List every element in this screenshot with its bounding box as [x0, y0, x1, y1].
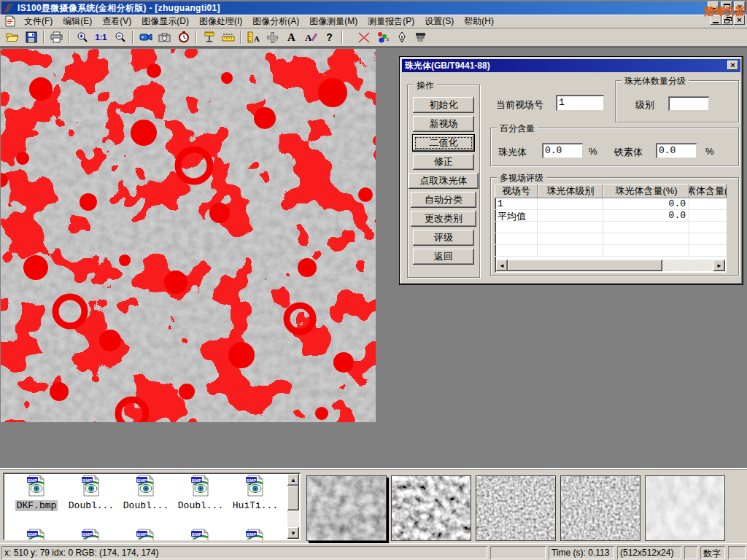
- col-pearlite-content[interactable]: 珠光体含量(%): [603, 184, 689, 198]
- file-item[interactable]: BMP: [63, 529, 119, 540]
- file-item[interactable]: BMP Doubl...: [63, 475, 119, 511]
- timer-svg: [178, 31, 190, 43]
- file-name[interactable]: Doubl...: [122, 500, 170, 511]
- change-class-button[interactable]: 更改类别: [411, 211, 476, 227]
- particle-classify-icon[interactable]: 3: [374, 29, 392, 45]
- close-button[interactable]: ×: [734, 1, 746, 12]
- scroll-right-button[interactable]: ►: [713, 260, 725, 271]
- scroll-left-button[interactable]: ◄: [496, 260, 508, 271]
- dialog-close-button[interactable]: ×: [727, 61, 738, 70]
- menu-image-measure[interactable]: 图像测量(M): [304, 14, 363, 29]
- status-end-panel: [728, 546, 746, 559]
- table-row[interactable]: 平均值 0.0: [495, 210, 727, 222]
- annotate-tool-icon[interactable]: A: [301, 29, 320, 45]
- scroll-down-button[interactable]: ▼: [287, 527, 299, 539]
- menu-view[interactable]: 查看(V): [97, 14, 136, 29]
- video-capture-icon[interactable]: [136, 29, 155, 45]
- maximize-button[interactable]: [721, 1, 732, 12]
- curve-tool-icon[interactable]: [355, 29, 373, 45]
- help-icon[interactable]: ?: [320, 29, 338, 45]
- save-icon[interactable]: [22, 29, 40, 45]
- scroll-up-button[interactable]: ▲: [287, 474, 299, 486]
- file-item[interactable]: BMP: [228, 529, 283, 540]
- pearlite-input[interactable]: 0.0: [542, 143, 583, 158]
- minimize-button[interactable]: [708, 1, 719, 12]
- measure-text-icon[interactable]: A: [244, 29, 263, 45]
- return-button[interactable]: 返回: [413, 249, 474, 265]
- move-tool-icon[interactable]: [263, 29, 282, 45]
- text-tool-icon[interactable]: A: [282, 29, 301, 45]
- thumbnail[interactable]: [645, 475, 725, 541]
- col-pearlite-level[interactable]: 珠光体级别: [538, 184, 603, 198]
- zoom-in-svg: [77, 31, 88, 43]
- open-folder-icon[interactable]: [3, 29, 21, 45]
- file-name[interactable]: DKF.bmp: [15, 500, 58, 511]
- ruler-icon[interactable]: [219, 29, 237, 45]
- timer-icon[interactable]: [174, 29, 193, 45]
- brush-tool-icon[interactable]: [411, 29, 430, 45]
- dialog-title-bar[interactable]: 珠光体(GB/T9441-88) ×: [402, 59, 740, 72]
- percent-group: 百分含量 珠光体 0.0 % 铁素体 0.0 %: [490, 128, 739, 166]
- ferrite-input[interactable]: 0.0: [656, 143, 697, 158]
- menu-edit[interactable]: 编辑(E): [58, 14, 97, 29]
- actual-size-icon[interactable]: 1:1: [92, 29, 110, 45]
- file-item[interactable]: BMP DKF.bmp: [9, 475, 64, 511]
- correct-button[interactable]: 修正: [413, 154, 474, 170]
- toolbar-separator: [341, 31, 343, 44]
- metallograph-image[interactable]: [1, 49, 376, 422]
- menu-image-analysis[interactable]: 图像分析(A): [247, 14, 304, 29]
- thumbnail-svg: [392, 476, 471, 540]
- file-item[interactable]: BMP: [9, 529, 64, 540]
- file-name[interactable]: Doubl...: [177, 500, 225, 511]
- auto-classify-button[interactable]: 自动分类: [411, 192, 476, 208]
- scrollbar-thumb[interactable]: [508, 260, 662, 271]
- mdi-close-button[interactable]: ×: [734, 15, 745, 25]
- zoom-out-icon[interactable]: [111, 29, 129, 45]
- file-item[interactable]: BMP HuiTi...: [228, 475, 283, 511]
- thumbnail[interactable]: [391, 475, 471, 541]
- caliper-icon[interactable]: [200, 29, 218, 45]
- file-list-scrollbar[interactable]: ▲ ▼: [287, 474, 299, 539]
- grade-button[interactable]: 评级: [413, 230, 474, 246]
- table-horizontal-scrollbar[interactable]: ◄ ►: [496, 260, 725, 271]
- file-item[interactable]: BMP Doubl...: [118, 475, 174, 511]
- mdi-restore-button[interactable]: [722, 15, 733, 25]
- col-field-number[interactable]: 视场号: [495, 184, 538, 198]
- zoom-in-icon[interactable]: [73, 29, 91, 45]
- measure-text-svg: A: [247, 31, 260, 43]
- thumbnail[interactable]: [560, 475, 640, 541]
- menu-help[interactable]: 帮助(H): [459, 14, 499, 29]
- scrollbar-track[interactable]: [662, 260, 713, 271]
- file-name[interactable]: HuiTi...: [231, 500, 279, 511]
- pick-pearlite-button[interactable]: 点取珠光体: [409, 173, 479, 189]
- current-field-input[interactable]: 1: [556, 95, 604, 111]
- pen-tool-icon[interactable]: [392, 29, 411, 45]
- mdi-minimize-button[interactable]: [711, 15, 721, 25]
- level-input[interactable]: [668, 96, 709, 111]
- app-logo-icon: [3, 2, 15, 14]
- multi-field-group-label: 多视场评级: [497, 172, 546, 184]
- menu-image-processing[interactable]: 图像处理(I): [194, 14, 247, 29]
- title-bar: IS100显微摄像系统(金相分析版) - [zhuguangti01]: [1, 1, 746, 15]
- camera-capture-icon[interactable]: [155, 29, 174, 45]
- thumbnail-selected[interactable]: [306, 475, 387, 541]
- menu-file[interactable]: 文件(F): [19, 14, 58, 29]
- menu-measure-report[interactable]: 测量报告(P): [363, 14, 419, 29]
- file-item[interactable]: BMP: [173, 529, 228, 540]
- initialize-button[interactable]: 初始化: [413, 97, 474, 113]
- count-grading-group: 珠光体数量分级 级别: [615, 80, 739, 122]
- table-row[interactable]: 1 0.0: [495, 198, 727, 210]
- new-field-button[interactable]: 新视场: [413, 116, 474, 132]
- scrollbar-thumb[interactable]: [287, 486, 299, 510]
- file-name[interactable]: Doubl...: [67, 500, 115, 511]
- print-icon[interactable]: [47, 29, 66, 45]
- ferrite-label: 铁素体: [614, 146, 643, 159]
- menu-settings[interactable]: 设置(S): [419, 14, 459, 29]
- menu-image-display[interactable]: 图像显示(D): [136, 14, 194, 29]
- col-ferrite-content[interactable]: 铁素体含量(%): [689, 184, 727, 198]
- file-item[interactable]: BMP Doubl...: [173, 475, 228, 511]
- binarize-button[interactable]: 二值化: [413, 135, 474, 151]
- file-item[interactable]: BMP: [118, 529, 174, 540]
- bmp-file-icon: BMP: [190, 475, 211, 497]
- thumbnail[interactable]: [476, 475, 556, 541]
